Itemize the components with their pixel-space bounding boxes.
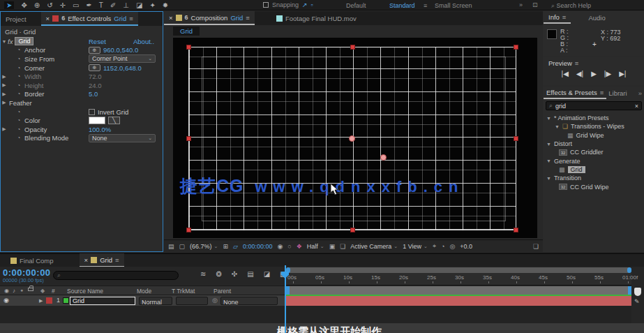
timeline-ruler[interactable]: 00s05s10s15s20s25s30s35s40s45s50s55s01:0…	[286, 273, 631, 286]
point-target-icon[interactable]: ⊕	[89, 64, 100, 71]
hand-tool-icon[interactable]: ✥	[21, 1, 27, 9]
viewer-breadcrumb[interactable]: Grid	[173, 27, 200, 36]
stopwatch-icon[interactable]: ◔	[15, 135, 23, 141]
monitor-icon[interactable]: ▢	[179, 243, 186, 250]
composition-viewport[interactable]: 捷艺CGwww.qdnxxfb.cn	[173, 38, 537, 238]
corner-control-point[interactable]	[380, 154, 387, 161]
tree-group-animation-presets[interactable]: ▼ * Animation Presets	[544, 114, 644, 122]
twirl-icon[interactable]: ▶	[1, 126, 8, 132]
tree-folder-transitions-wipes[interactable]: ▼ ❏ Transitions - Wipes	[544, 122, 644, 131]
layer-handle-tc[interactable]	[350, 45, 355, 50]
eraser-icon[interactable]: ◪	[264, 270, 270, 278]
size-from-dropdown[interactable]: Corner Point⌄	[89, 54, 156, 63]
tree-group-generate[interactable]: ▼ Generate	[544, 156, 644, 165]
anchor-control-point[interactable]	[349, 135, 355, 142]
view-camera-dropdown[interactable]: Active Camera⌄	[350, 243, 398, 250]
tree-group-transition[interactable]: ▼ Transition	[544, 174, 644, 182]
tab-info[interactable]: Info≡	[544, 11, 571, 24]
type-tool-icon[interactable]: T	[99, 1, 103, 9]
panel-overflow-icon[interactable]: »	[638, 89, 644, 97]
tab-final-comp[interactable]: Final Comp	[6, 253, 59, 267]
layer-twirl-icon[interactable]: ▶	[39, 298, 43, 304]
tab-project[interactable]: Project	[1, 12, 31, 26]
tab-libraries[interactable]: Librari	[606, 87, 629, 99]
panel-menu-icon[interactable]: ≡	[562, 13, 567, 21]
help-search[interactable]: ⌕ Search Help	[551, 2, 591, 10]
twirl-icon[interactable]: ▼	[555, 124, 560, 129]
clear-search-icon[interactable]: ×	[635, 103, 638, 110]
roto-brush-tool-icon[interactable]: ✦	[149, 1, 155, 9]
frame-blend-icon[interactable]: ✣	[232, 270, 237, 278]
workspace-standard[interactable]: Standard	[389, 2, 415, 9]
effects-search-field[interactable]: ⌕ grid ×	[546, 101, 642, 110]
close-icon[interactable]: ×	[84, 256, 89, 264]
twirl-icon[interactable]: ▼	[1, 39, 8, 44]
stopwatch-icon[interactable]: ◔	[15, 47, 23, 53]
first-frame-button[interactable]: |◀	[562, 70, 569, 77]
next-frame-button[interactable]: |▶	[604, 70, 611, 77]
workspace-bar-icon[interactable]: ⊡	[532, 1, 538, 8]
stopwatch-icon[interactable]: ◔	[15, 91, 23, 97]
twirl-icon[interactable]: ▶	[1, 100, 8, 105]
layer-trkmat-dropdown[interactable]	[176, 297, 208, 305]
tab-effects-presets[interactable]: Effects & Presets≡	[544, 87, 606, 99]
tree-item-cc-grid-wipe[interactable]: 32 CC Grid Wipe	[544, 182, 644, 191]
panel-menu-icon[interactable]: ≡	[129, 15, 133, 22]
trkmat-header[interactable]: T TrkMat	[172, 288, 195, 295]
last-frame-button[interactable]: ▶|	[619, 70, 626, 77]
clone-stamp-tool-icon[interactable]: ⊥	[123, 1, 129, 9]
workspace-small-screen[interactable]: Small Screen	[435, 2, 472, 9]
pen-tool-icon[interactable]: ✒	[86, 1, 91, 9]
brush-tool-icon[interactable]: ✐	[110, 1, 116, 9]
show-snapshot-icon[interactable]: ○	[287, 243, 291, 250]
blending-mode-dropdown[interactable]: None⌄	[89, 134, 156, 142]
rotation-tool-icon[interactable]: ↺	[47, 1, 52, 9]
view-layout-icon[interactable]: ▤	[168, 243, 174, 250]
mini-flowchart-icon[interactable]: ≋	[200, 270, 206, 278]
channels-icon[interactable]: ❖	[297, 243, 302, 250]
shy-icon[interactable]	[634, 288, 641, 296]
layer-handle-bc[interactable]	[350, 228, 355, 232]
layers-icon[interactable]: ▤	[247, 270, 253, 278]
layer-handle-ml[interactable]	[186, 136, 191, 141]
transparency-grid-icon[interactable]: ❏	[340, 243, 345, 250]
twirl-icon[interactable]: ▶	[1, 74, 8, 80]
layer-handle-br[interactable]	[514, 228, 518, 232]
panel-menu-icon[interactable]: ≡	[246, 14, 250, 22]
grid-guides-icon[interactable]: ⊞	[223, 243, 228, 250]
layer-handle-mr[interactable]	[514, 136, 518, 141]
resolution-dropdown[interactable]: Half⌄	[307, 243, 324, 250]
tree-item-cc-griddler[interactable]: 32 CC Griddler	[544, 148, 644, 156]
tab-audio[interactable]: Audio	[583, 11, 610, 24]
work-area-start-handle[interactable]	[286, 286, 290, 295]
twirl-icon[interactable]: ▶	[1, 82, 8, 88]
shape-tool-icon[interactable]: ▭	[73, 1, 79, 9]
effect-name[interactable]: Grid	[15, 37, 33, 45]
layer-mode-dropdown[interactable]: Normal⌄	[139, 297, 172, 305]
layer-name-input[interactable]: Grid	[70, 297, 135, 305]
opacity-value[interactable]: 100.0%	[89, 126, 111, 133]
invert-grid-checkbox[interactable]	[89, 109, 95, 115]
zoom-tool-icon[interactable]: ⊕	[34, 1, 40, 9]
twirl-icon[interactable]: ▼	[546, 176, 551, 181]
twirl-icon[interactable]: ▼	[546, 142, 551, 147]
pencil-icon[interactable]: ✎	[634, 298, 640, 305]
parent-header[interactable]: Parent	[214, 288, 231, 295]
timeline-search-field[interactable]: ⌕	[53, 271, 179, 280]
work-area-bar[interactable]	[286, 286, 631, 295]
mask-visibility-icon[interactable]: ▱	[233, 243, 238, 250]
mode-header[interactable]: Mode	[137, 288, 151, 295]
snapshot-icon[interactable]: ◉	[277, 243, 283, 250]
snapping-checkbox[interactable]	[263, 2, 269, 8]
tree-item-grid-wipe[interactable]: ▦ Grid Wipe	[544, 131, 644, 140]
panel-menu-icon[interactable]: ≡	[115, 256, 119, 264]
previous-frame-button[interactable]: ◀|	[576, 70, 583, 77]
tab-grid-timeline[interactable]: × Grid ≡	[80, 253, 124, 267]
tab-composition[interactable]: × 6 Composition Grid ≡	[164, 11, 255, 25]
source-name-header[interactable]: Source Name	[67, 288, 103, 295]
tab-effect-controls[interactable]: × 6 Effect Controls Grid ≡	[41, 12, 138, 26]
stopwatch-icon[interactable]: ◔	[15, 126, 23, 133]
panel-menu-icon[interactable]: ≡	[575, 59, 579, 67]
pan-behind-tool-icon[interactable]: ✛	[60, 1, 66, 9]
stopwatch-icon[interactable]: ◔	[15, 65, 23, 71]
